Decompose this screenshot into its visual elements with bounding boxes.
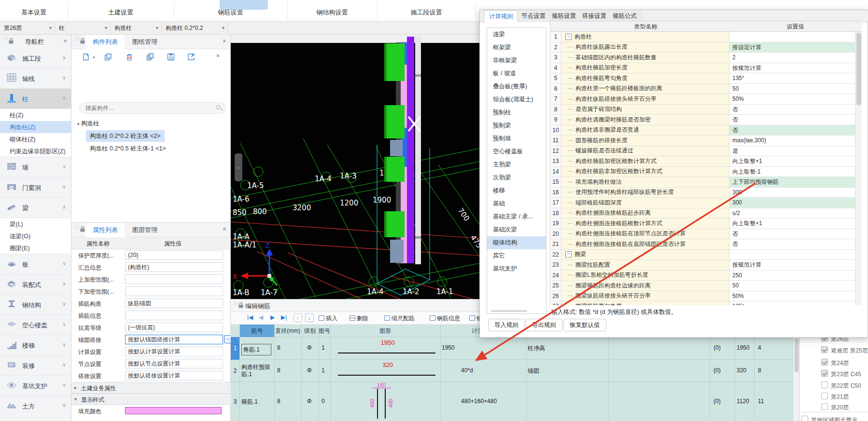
delete-row-button[interactable]: 删除 — [350, 314, 368, 323]
drag-handle-icon[interactable]: ⋮⋮ — [233, 301, 238, 306]
component-search-box[interactable] — [79, 102, 226, 114]
property-value[interactable]: (构造柱) — [125, 262, 223, 272]
sidebar-item-decoration[interactable]: 装修 ∨ — [0, 355, 71, 376]
category-item[interactable]: 组合板(混凝土) — [487, 93, 546, 106]
rebar-row[interactable]: 2 构造柱预留筋.1 8 Φ 1 320 40*d 锚固 (0) 320 8 — [231, 360, 794, 382]
layer-copy-button[interactable] — [146, 53, 154, 62]
bar-name-cell[interactable]: 构造柱预留筋.1 — [241, 364, 272, 378]
move-row-down-button[interactable]: ↓ — [305, 313, 314, 322]
vertical-scrollbar[interactable] — [794, 338, 799, 421]
component-item-selected[interactable]: 构造柱 0.2*0.2 砼主体 <2> — [86, 130, 165, 142]
tab-civil-settings[interactable]: 土建设置 — [68, 0, 174, 21]
drag-handle-icon[interactable]: ⋮⋮ — [2, 37, 7, 41]
length-cell[interactable]: 320 — [737, 367, 746, 374]
rule-row[interactable]: 19构造柱侧面连接植筋根数计算方式向上取整+1 — [550, 218, 862, 229]
lap-cell[interactable]: (0) — [714, 367, 721, 374]
drag-handle-icon[interactable]: ⋮⋮ — [73, 37, 78, 41]
new-component-button[interactable] — [82, 53, 90, 62]
tab-node-settings[interactable]: 节点设置 — [517, 10, 551, 22]
row-number[interactable]: 2 — [231, 360, 239, 382]
rule-row[interactable]: 27圈梁箍筋弯勾角度135° — [550, 301, 862, 305]
property-value[interactable]: 按默认搭接设置计算 — [125, 371, 223, 380]
rule-row[interactable]: 2构造柱纵筋露出长度按设定计算 — [550, 42, 862, 53]
figure-cell[interactable]: 1 — [322, 344, 325, 351]
sidebar-subitem-constrained-edge-z[interactable]: 约束边缘非阴影区(Z) — [0, 145, 71, 157]
model-viewport-3d[interactable]: ‹ — [231, 35, 479, 299]
tab-steel-settings[interactable]: 钢结构设置 — [287, 0, 377, 21]
tab-layer-management[interactable]: 图层管理 — [126, 223, 164, 237]
other-region-display-option[interactable]: 其他区域图元显示 — [799, 414, 868, 421]
rule-row[interactable]: 16使用预埋件时构造柱端部纵筋弯折长度300 — [550, 188, 862, 198]
property-row[interactable]: 插筋构造纵筋锚固 — [71, 298, 231, 310]
category-selector[interactable]: 柱 ▾ — [55, 21, 111, 35]
floor-selector[interactable]: 第26层 ▾ — [0, 21, 55, 35]
first-row-button[interactable]: |◀ — [247, 314, 253, 321]
diameter-cell[interactable]: 8 — [277, 398, 280, 405]
property-value[interactable]: (20) — [125, 250, 223, 260]
save-component-button[interactable] — [167, 53, 175, 62]
floor-checkbox-item[interactable]: 第23层 C45 — [799, 368, 868, 379]
chevron-down-icon[interactable]: ∨ — [62, 382, 66, 388]
sidebar-subitem-constructional-column-z[interactable]: 构造柱(Z) — [0, 121, 71, 133]
sidebar-item-stairs[interactable]: 楼梯 ∨ — [0, 335, 71, 355]
category-item[interactable]: 空心楼盖板 — [487, 145, 546, 158]
chevron-down-icon[interactable]: ∨ — [62, 301, 66, 307]
sidebar-item-wall[interactable]: 墙 ∨ — [0, 157, 71, 177]
chevron-down-icon[interactable]: ∨ — [62, 260, 66, 267]
tab-property-list[interactable]: 属性列表 — [86, 223, 125, 237]
rule-row[interactable]: 24圈梁L形相交斜加筋弯折长度250 — [550, 271, 862, 281]
rule-row[interactable]: 14构造柱箍筋非加密区根数计算方式向上取整-1 — [550, 167, 862, 177]
formula-cell[interactable]: 480+160+480 — [461, 398, 497, 405]
rule-row[interactable]: 25圈梁箍筋距构造柱边缘的距离50 — [550, 281, 862, 291]
next-row-button[interactable]: ▶ — [270, 314, 275, 321]
formula-cell[interactable]: 40*d — [461, 367, 473, 374]
fill-color-swatch[interactable] — [125, 407, 222, 414]
checkbox-unchecked-icon[interactable] — [821, 393, 828, 399]
length-cell[interactable]: 1950 — [737, 344, 750, 351]
collapse-panel-handle[interactable]: ‹ — [235, 153, 242, 181]
tab-basic-settings[interactable]: 基本设置 — [0, 0, 68, 21]
category-item[interactable]: 板 / 坡道 — [487, 67, 546, 80]
property-group-display-style[interactable]: ▾显示样式 — [71, 394, 231, 405]
diameter-cell[interactable]: 8 — [277, 367, 280, 374]
scale-rebar-button[interactable]: 缩尺配筋 — [384, 314, 415, 323]
delete-component-button[interactable] — [126, 53, 133, 62]
lock-icon[interactable] — [80, 226, 85, 233]
diameter-cell[interactable]: 8 — [277, 344, 280, 351]
length-cell[interactable]: 1120 — [737, 398, 749, 405]
category-item[interactable]: 预制柱 — [487, 106, 546, 119]
category-item[interactable]: 基础次梁 — [487, 223, 546, 236]
drag-handle-icon[interactable]: ⋮⋮ — [73, 225, 78, 229]
bar-name-cell[interactable]: 箍筋.1 — [241, 398, 258, 406]
tab-construction-segment-settings[interactable]: 施工段设置 — [377, 0, 476, 21]
checkbox-checked-icon[interactable] — [821, 370, 828, 377]
figure-cell[interactable]: 1 — [322, 367, 325, 374]
property-row-anchor-lap[interactable]: 锚固搭接按默认锚固搭接计算⋯ — [71, 334, 231, 346]
col-header-shape[interactable]: 图形 — [330, 327, 440, 335]
property-row[interactable]: 计算设置按默认计算设置计算 — [71, 346, 231, 358]
checkbox-checked-icon[interactable] — [821, 359, 828, 366]
rules-table-scrollbar[interactable] — [855, 32, 862, 305]
category-item[interactable]: 基础主梁 / 承... — [487, 210, 546, 223]
row-number[interactable]: 3 — [231, 382, 239, 421]
chevron-down-icon[interactable]: ∨ — [62, 54, 66, 61]
rule-row[interactable]: 21构造柱侧面连接植筋在底部锚固区是否计算否 — [550, 239, 862, 250]
formula-desc-cell[interactable]: 锚固 — [528, 367, 539, 375]
floor-checkbox-item[interactable]: 第21层 — [799, 391, 868, 402]
category-item[interactable]: 基础 — [487, 197, 546, 210]
floor-checkbox-item[interactable]: 第20层 — [799, 402, 868, 412]
grade-cell[interactable]: Φ — [307, 367, 312, 374]
property-row[interactable]: 抗震等级(一级抗震) — [71, 322, 231, 334]
category-item[interactable]: 主肋梁 — [487, 158, 546, 171]
category-item[interactable]: 框架梁 — [487, 41, 546, 54]
property-row[interactable]: 上加密范围(... — [71, 273, 231, 285]
sidebar-subitem-masonry-column-z[interactable]: 砌体柱(Z) — [0, 133, 71, 145]
property-row[interactable]: 节点设置按默认节点设置计算 — [71, 358, 231, 370]
tab-drawing-management[interactable]: 图纸管理 — [126, 35, 164, 49]
sidebar-item-axis[interactable]: 轴线 ∨ — [0, 68, 71, 89]
property-row[interactable]: 下加密范围(... — [71, 285, 231, 298]
formula-cell[interactable]: 1950 — [442, 344, 455, 351]
sidebar-item-slab[interactable]: 板 ∨ — [0, 254, 71, 274]
property-value[interactable] — [125, 311, 223, 320]
scrollbar-thumb[interactable] — [795, 339, 798, 372]
